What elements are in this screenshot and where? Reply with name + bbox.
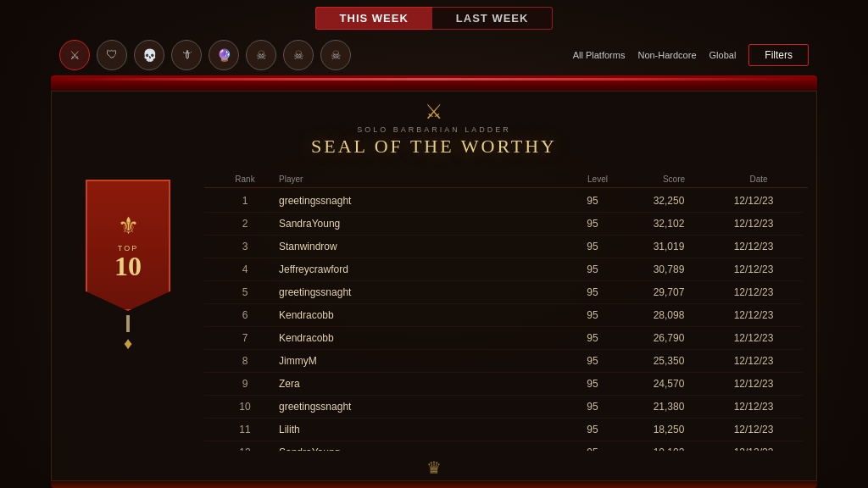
table-row[interactable]: 5greetingssnaght9529,70712/12/23 [204,281,803,304]
class-icon-skull1[interactable]: ☠ [246,40,276,70]
class-icon-skull3[interactable]: ☠ [320,40,351,70]
cell-score: 30,789 [626,263,711,275]
table-row[interactable]: 7Kendracobb9526,79012/12/23 [204,327,803,350]
cell-level: 95 [559,446,626,451]
cell-player: SandraYoung [279,446,559,451]
cell-score: 32,250 [626,195,711,207]
cell-level: 95 [559,241,626,252]
class-icon-rogue[interactable]: 🗡 [171,40,202,70]
banner-base-icon: ♦ [124,334,132,353]
cell-rank: 2 [211,218,279,230]
col-level: Level [564,175,632,184]
cell-level: 95 [559,378,626,390]
table-row[interactable]: 12SandraYoung9510,10212/12/23 [204,441,803,451]
panel-top-border [51,75,817,91]
cell-player: Zera [279,378,559,390]
cell-date: 12/12/23 [711,401,796,413]
cell-player: Stanwindrow [279,241,559,252]
table-row[interactable]: 11Lilith9518,25012/12/23 [204,419,803,441]
col-score: Score [632,175,716,184]
cell-score: 21,380 [626,401,711,413]
col-player: Player [279,175,564,184]
filters-button[interactable]: Filters [748,44,809,66]
cell-level: 95 [559,263,626,275]
table-header: Rank Player Level Score Date [204,171,808,188]
panel-bottom-border [51,481,817,488]
ladder-subtitle: Solo Barbarian Ladder [52,125,816,134]
table-row[interactable]: 6Kendracobb9528,09812/12/23 [204,304,803,327]
icons-row: ⚔ 🛡 💀 🗡 🔮 ☠ ☠ ☠ All Platforms Non-Hardco… [51,35,817,75]
cell-rank: 7 [211,332,279,344]
cell-level: 95 [559,218,626,230]
cell-player: greetingssnaght [279,195,559,207]
tab-last-week[interactable]: LAST WEEK [432,7,554,30]
cell-level: 95 [559,195,626,207]
table-row[interactable]: 9Zera9524,57012/12/23 [204,373,803,396]
cell-level: 95 [559,286,626,298]
cell-date: 12/12/23 [711,286,796,298]
class-icon-sorc[interactable]: 🔮 [209,40,239,70]
header-area: ⚔ Solo Barbarian Ladder SEAL OF THE WORT… [52,92,816,164]
cell-date: 12/12/23 [711,378,796,390]
cell-date: 12/12/23 [711,446,796,451]
cell-player: Kendracobb [279,332,559,344]
cell-rank: 5 [211,286,279,298]
cell-level: 95 [559,355,626,367]
banner-emblem: ⚜ [118,212,139,240]
table-row[interactable]: 2SandraYoung9532,10212/12/23 [204,213,803,236]
cell-player: greetingssnaght [279,401,559,413]
platform-filter[interactable]: All Platforms [573,50,626,60]
cell-date: 12/12/23 [711,424,796,435]
crown-icon: ♛ [426,458,442,478]
cell-level: 95 [559,401,626,413]
banner-top-number: 10 [114,252,142,280]
cell-score: 10,102 [626,446,711,451]
cell-rank: 9 [211,378,279,390]
cell-date: 12/12/23 [711,263,796,275]
cell-player: JimmyM [279,355,559,367]
scope-filter[interactable]: Global [709,50,737,60]
cell-date: 12/12/23 [711,241,796,252]
ladder-title: SEAL OF THE WORTHY [52,136,816,158]
main-panel: ⚔ Solo Barbarian Ladder SEAL OF THE WORT… [51,91,817,481]
cell-player: Kendracobb [279,309,559,321]
cell-score: 31,019 [626,241,711,252]
cell-rank: 12 [211,446,279,451]
class-icon-druid[interactable]: 🛡 [97,40,127,70]
table-body[interactable]: 1greetingssnaght9532,25012/12/232SandraY… [204,190,808,451]
table-row[interactable]: 10greetingssnaght9521,38012/12/23 [204,396,803,419]
cell-date: 12/12/23 [711,355,796,367]
trophy-icon: ⚔ [52,102,816,122]
cell-score: 26,790 [626,332,711,344]
col-rank: Rank [211,175,279,184]
tab-this-week[interactable]: THIS WEEK [315,7,432,30]
banner-pole [126,315,130,332]
table-section: Rank Player Level Score Date 1greetingss… [204,171,808,451]
class-icon-skull2[interactable]: ☠ [283,40,314,70]
table-row[interactable]: 1greetingssnaght9532,25012/12/23 [204,190,803,213]
cell-date: 12/12/23 [711,218,796,230]
cell-player: greetingssnaght [279,286,559,298]
cell-score: 25,350 [626,355,711,367]
cell-score: 24,570 [626,378,711,390]
tabs-row: THIS WEEK LAST WEEK [51,0,817,35]
cell-score: 18,250 [626,424,711,435]
banner-shape: ⚜ TOP 10 [86,180,170,311]
cell-player: Jeffreycrawford [279,263,559,275]
content-area: ⚜ TOP 10 ♦ Rank Player Level Score Date [52,164,816,455]
banner-section: ⚜ TOP 10 ♦ [60,171,196,451]
col-date: Date [716,175,801,184]
cell-date: 12/12/23 [711,309,796,321]
table-row[interactable]: 3Stanwindrow9531,01912/12/23 [204,236,803,258]
mode-filter[interactable]: Non-Hardcore [637,50,696,60]
cell-rank: 4 [211,263,279,275]
cell-rank: 3 [211,241,279,252]
cell-score: 29,707 [626,286,711,298]
cell-date: 12/12/23 [711,195,796,207]
cell-rank: 10 [211,401,279,413]
class-icon-barbarian[interactable]: ⚔ [59,40,90,70]
class-icon-necro[interactable]: 💀 [134,40,164,70]
table-row[interactable]: 4Jeffreycrawford9530,78912/12/23 [204,258,803,281]
banner-container: ⚜ TOP 10 [86,180,170,315]
table-row[interactable]: 8JimmyM9525,35012/12/23 [204,350,803,373]
